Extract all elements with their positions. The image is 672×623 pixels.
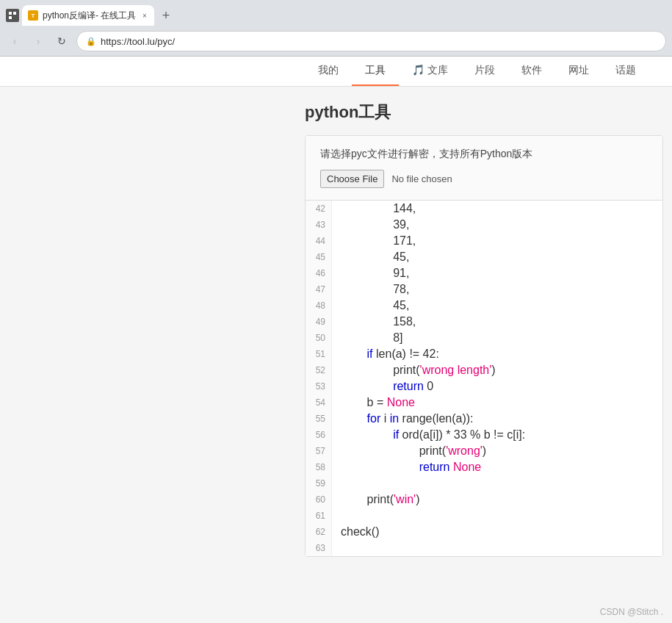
- line-number: 63: [306, 540, 332, 556]
- line-code: print('wrong'): [332, 443, 486, 459]
- code-line: 43 39,: [306, 217, 662, 233]
- svg-rect-2: [13, 12, 16, 15]
- line-code: print('wrong length'): [332, 362, 496, 378]
- code-line: 62check(): [306, 524, 662, 540]
- line-number: 57: [306, 443, 332, 459]
- browser-chrome: T python反编译- 在线工具 × + ‹ › ↻ 🔒 https://to…: [0, 0, 672, 57]
- code-line: 44 171,: [306, 233, 662, 249]
- address-bar: ‹ › ↻ 🔒 https://tool.lu/pyc/: [0, 26, 672, 56]
- line-code: [332, 540, 341, 556]
- tab-topics[interactable]: 话题: [602, 57, 649, 86]
- line-number: 43: [306, 217, 332, 233]
- line-number: 55: [306, 411, 332, 427]
- line-number: 46: [306, 265, 332, 281]
- tab-snippets[interactable]: 片段: [461, 57, 508, 86]
- line-number: 61: [306, 508, 332, 524]
- code-line: 52 print('wrong length'): [306, 362, 662, 378]
- svg-rect-3: [9, 16, 12, 19]
- line-code: check(): [332, 524, 379, 540]
- back-button[interactable]: ‹: [6, 32, 24, 50]
- code-line: 59: [306, 475, 662, 491]
- code-line: 58 return None: [306, 459, 662, 475]
- line-number: 58: [306, 459, 332, 475]
- line-number: 44: [306, 233, 332, 249]
- code-line: 57 print('wrong'): [306, 443, 662, 459]
- code-line: 49 158,: [306, 314, 662, 330]
- code-line: 51 if len(a) != 42:: [306, 346, 662, 362]
- page-title-area: python工具: [0, 87, 672, 135]
- url-text: https://tool.lu/pyc/: [101, 36, 175, 47]
- tab-favicon: T: [28, 10, 38, 21]
- line-code: 158,: [332, 314, 416, 330]
- file-input-row: Choose File No file chosen: [320, 170, 648, 188]
- choose-file-button[interactable]: Choose File: [320, 170, 384, 188]
- code-line: 54 b = None: [306, 395, 662, 411]
- browser-logo: [6, 9, 19, 22]
- active-tab[interactable]: T python反编译- 在线工具 ×: [22, 5, 154, 26]
- upload-section: 请选择pyc文件进行解密，支持所有Python版本 Choose File No…: [306, 136, 662, 201]
- line-code: 78,: [332, 281, 409, 298]
- no-file-text: No file chosen: [391, 173, 452, 184]
- line-number: 54: [306, 395, 332, 411]
- line-code: 39,: [332, 217, 409, 233]
- tab-title: python反编译- 在线工具: [43, 10, 136, 22]
- tab-library[interactable]: 🎵 文库: [399, 57, 461, 86]
- line-code: 171,: [332, 233, 416, 249]
- line-code: return None: [332, 459, 481, 475]
- code-line: 56 if ord(a[i]) * 33 % b != c[i]:: [306, 427, 662, 443]
- new-tab-button[interactable]: +: [157, 7, 175, 24]
- tab-websites[interactable]: 网址: [555, 57, 602, 86]
- tab-tools[interactable]: 工具: [352, 57, 399, 86]
- code-area: 42 144,43 39,44 171,45 45,46 91,47 78,48…: [306, 201, 662, 556]
- code-line: 60 print('win'): [306, 491, 662, 508]
- line-number: 56: [306, 427, 332, 443]
- line-code: 45,: [332, 249, 409, 265]
- tool-card: 请选择pyc文件进行解密，支持所有Python版本 Choose File No…: [305, 135, 663, 557]
- line-code: 8]: [332, 330, 402, 346]
- code-line: 48 45,: [306, 298, 662, 314]
- page-title: python工具: [305, 101, 672, 123]
- reload-button[interactable]: ↻: [53, 32, 71, 50]
- line-code: return 0: [332, 378, 433, 395]
- line-code: [332, 475, 341, 491]
- code-line: 45 45,: [306, 249, 662, 265]
- code-line: 47 78,: [306, 281, 662, 298]
- line-number: 49: [306, 314, 332, 330]
- tab-software[interactable]: 软件: [508, 57, 555, 86]
- upload-description: 请选择pyc文件进行解密，支持所有Python版本: [320, 148, 648, 161]
- line-number: 60: [306, 491, 332, 508]
- line-code: if len(a) != 42:: [332, 346, 439, 362]
- line-code: 144,: [332, 201, 416, 217]
- line-number: 59: [306, 475, 332, 491]
- svg-rect-1: [9, 12, 12, 15]
- line-code: for i in range(len(a)):: [332, 411, 474, 427]
- page-content: 我的 工具 🎵 文库 片段 软件 网址 话题 python工具 请选择pyc文件…: [0, 57, 672, 623]
- code-line: 53 return 0: [306, 378, 662, 395]
- code-line: 46 91,: [306, 265, 662, 281]
- line-number: 62: [306, 524, 332, 540]
- line-number: 47: [306, 281, 332, 298]
- line-number: 42: [306, 201, 332, 217]
- tab-close-button[interactable]: ×: [140, 10, 150, 21]
- line-number: 50: [306, 330, 332, 346]
- line-code: print('win'): [332, 491, 419, 508]
- lock-icon: 🔒: [86, 37, 96, 46]
- line-code: b = None: [332, 395, 415, 411]
- code-line: 42 144,: [306, 201, 662, 217]
- code-line: 63: [306, 540, 662, 556]
- code-line: 50 8]: [306, 330, 662, 346]
- tab-bar: T python反编译- 在线工具 × +: [0, 0, 672, 26]
- line-number: 53: [306, 378, 332, 395]
- url-bar[interactable]: 🔒 https://tool.lu/pyc/: [76, 31, 666, 51]
- watermark: CSDN @Stitch .: [600, 607, 663, 617]
- line-number: 45: [306, 249, 332, 265]
- forward-button[interactable]: ›: [29, 32, 47, 50]
- line-number: 52: [306, 362, 332, 378]
- line-code: [332, 508, 341, 524]
- line-number: 51: [306, 346, 332, 362]
- nav-tabs: 我的 工具 🎵 文库 片段 软件 网址 话题: [0, 57, 672, 87]
- tab-mine[interactable]: 我的: [305, 57, 352, 86]
- line-code: 91,: [332, 265, 409, 281]
- line-number: 48: [306, 298, 332, 314]
- code-line: 55 for i in range(len(a)):: [306, 411, 662, 427]
